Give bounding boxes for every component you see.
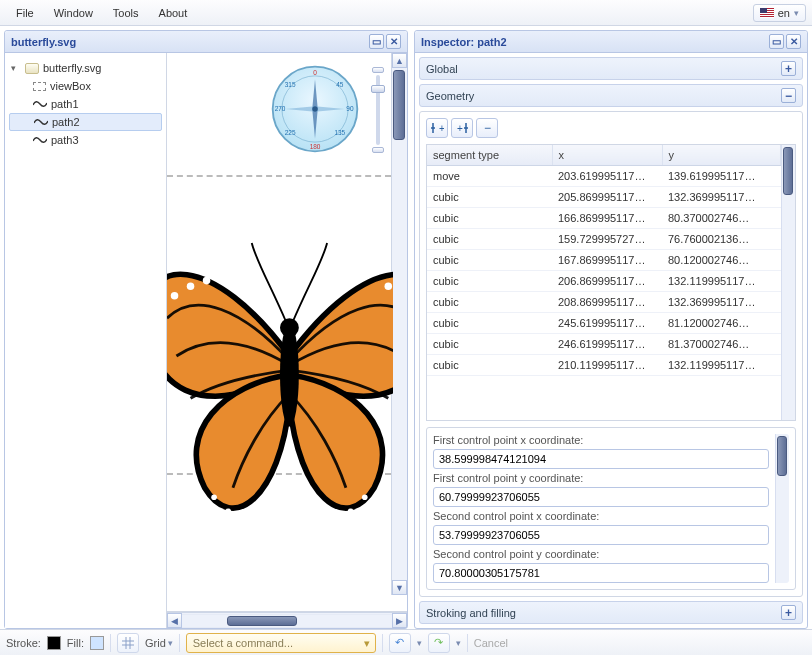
table-scrollbar[interactable]	[781, 145, 795, 420]
table-row[interactable]: cubic208.869995117…132.369995117…	[427, 292, 781, 313]
table-row[interactable]: cubic205.869995117…132.369995117…	[427, 187, 781, 208]
flag-us-icon	[760, 8, 774, 18]
table-row[interactable]: cubic245.619995117…81.120002746…	[427, 313, 781, 334]
minimize-button[interactable]: ▭	[769, 34, 784, 49]
svg-point-14	[171, 292, 179, 300]
path-icon	[33, 99, 47, 109]
table-row[interactable]: cubic246.619995117…81.370002746…	[427, 334, 781, 355]
table-row[interactable]: cubic210.119995117…132.119995117…	[427, 355, 781, 376]
collapse-icon[interactable]: −	[781, 88, 796, 103]
table-row[interactable]: cubic166.869995117…80.370002746…	[427, 208, 781, 229]
menu-about[interactable]: About	[149, 4, 198, 22]
status-bar: Stroke: Fill: Grid ▾ Select a command...…	[0, 629, 812, 655]
table-cell: 76.760002136…	[662, 229, 781, 250]
close-button[interactable]: ✕	[386, 34, 401, 49]
svg-point-26	[329, 518, 335, 524]
menu-window[interactable]: Window	[44, 4, 103, 22]
svg-text:+: +	[457, 123, 463, 134]
menu-tools[interactable]: Tools	[103, 4, 149, 22]
chevron-down-icon[interactable]: ▾	[417, 638, 422, 648]
folder-icon	[25, 63, 39, 74]
tree-item-path3[interactable]: path3	[9, 131, 162, 149]
table-cell: cubic	[427, 250, 552, 271]
table-row[interactable]: cubic206.869995117…132.119995117…	[427, 271, 781, 292]
table-cell: move	[427, 166, 552, 187]
svg-text:−: −	[484, 122, 491, 134]
horizontal-scrollbar[interactable]: ◀ ▶	[167, 612, 407, 628]
grid-dropdown[interactable]: Grid ▾	[145, 637, 173, 649]
scroll-down-icon[interactable]: ▼	[392, 580, 407, 595]
table-row[interactable]: cubic167.869995117…80.120002746…	[427, 250, 781, 271]
document-panel-header: butterfly.svg ▭ ✕	[5, 31, 407, 53]
expand-icon[interactable]: +	[781, 605, 796, 620]
table-cell: 208.869995117…	[552, 292, 662, 313]
tree-item-path1[interactable]: path1	[9, 95, 162, 113]
controls-scroll-thumb[interactable]	[777, 436, 787, 476]
section-stroking[interactable]: Stroking and filling +	[419, 601, 803, 624]
expand-icon[interactable]: +	[781, 61, 796, 76]
section-label: Geometry	[426, 90, 781, 102]
language-selector[interactable]: en ▾	[753, 4, 806, 22]
chevron-down-icon[interactable]: ▾	[456, 638, 461, 648]
cp2x-input[interactable]	[433, 525, 769, 545]
cp1x-input[interactable]	[433, 449, 769, 469]
vertical-scrollbar[interactable]: ▲ ▼	[391, 53, 407, 595]
undo-button[interactable]: ↶	[389, 633, 411, 653]
table-cell: 245.619995117…	[552, 313, 662, 334]
section-global[interactable]: Global +	[419, 57, 803, 80]
cp2x-label: Second control point x coordinate:	[433, 510, 769, 522]
scroll-right-icon[interactable]: ▶	[392, 613, 407, 628]
grid-icon[interactable]	[117, 633, 139, 653]
minimize-button[interactable]: ▭	[369, 34, 384, 49]
document-panel: butterfly.svg ▭ ✕ ▾ butterfly.svg viewBo…	[4, 30, 408, 629]
controls-scrollbar[interactable]	[775, 434, 789, 583]
table-cell: 203.619995117…	[552, 166, 662, 187]
svg-point-22	[225, 509, 231, 515]
chevron-down-icon: ▾	[168, 638, 173, 648]
command-combo[interactable]: Select a command...	[186, 633, 376, 653]
table-cell: 246.619995117…	[552, 334, 662, 355]
col-segment-type[interactable]: segment type	[427, 145, 552, 166]
delete-segment-button[interactable]: −	[476, 118, 498, 138]
tree-root-label: butterfly.svg	[43, 62, 102, 74]
document-tree: ▾ butterfly.svg viewBox path1	[5, 53, 167, 628]
table-cell: 132.369995117…	[662, 292, 781, 313]
segments-table: segment type x y move203.619995117…139.6…	[426, 144, 796, 421]
tree-item-label: path3	[51, 134, 79, 146]
insert-after-button[interactable]: +	[451, 118, 473, 138]
redo-button[interactable]: ↷	[428, 633, 450, 653]
cp1y-input[interactable]	[433, 487, 769, 507]
scroll-left-icon[interactable]: ◀	[167, 613, 182, 628]
menu-file[interactable]: File	[6, 4, 44, 22]
col-x[interactable]: x	[552, 145, 662, 166]
table-row[interactable]: move203.619995117…139.619995117…	[427, 166, 781, 187]
viewbox-icon	[33, 82, 46, 91]
inspector-title: Inspector: path2	[421, 36, 767, 48]
tree-item-path2[interactable]: path2	[9, 113, 162, 131]
inspector-panel-header: Inspector: path2 ▭ ✕	[415, 31, 807, 53]
fill-swatch[interactable]	[90, 636, 104, 650]
scroll-up-icon[interactable]: ▲	[392, 53, 407, 68]
section-geometry[interactable]: Geometry −	[419, 84, 803, 107]
insert-before-button[interactable]: +	[426, 118, 448, 138]
tree-item-viewbox[interactable]: viewBox	[9, 77, 162, 95]
table-cell: cubic	[427, 334, 552, 355]
geometry-toolbar: + + −	[426, 118, 796, 138]
command-placeholder: Select a command...	[193, 637, 293, 649]
col-y[interactable]: y	[662, 145, 781, 166]
svg-point-21	[211, 494, 217, 500]
cp2y-input[interactable]	[433, 563, 769, 583]
table-cell: 166.869995117…	[552, 208, 662, 229]
cancel-button[interactable]: Cancel	[474, 637, 508, 649]
table-cell: 81.370002746…	[662, 334, 781, 355]
close-button[interactable]: ✕	[786, 34, 801, 49]
table-scroll-thumb[interactable]	[783, 147, 793, 195]
canvas[interactable]: ▲ ▼	[167, 53, 407, 612]
vscroll-thumb[interactable]	[393, 70, 405, 140]
tree-root[interactable]: ▾ butterfly.svg	[9, 59, 162, 77]
table-cell: 206.869995117…	[552, 271, 662, 292]
hscroll-thumb[interactable]	[227, 616, 297, 626]
table-cell: cubic	[427, 292, 552, 313]
table-row[interactable]: cubic159.729995727…76.760002136…	[427, 229, 781, 250]
stroke-swatch[interactable]	[47, 636, 61, 650]
